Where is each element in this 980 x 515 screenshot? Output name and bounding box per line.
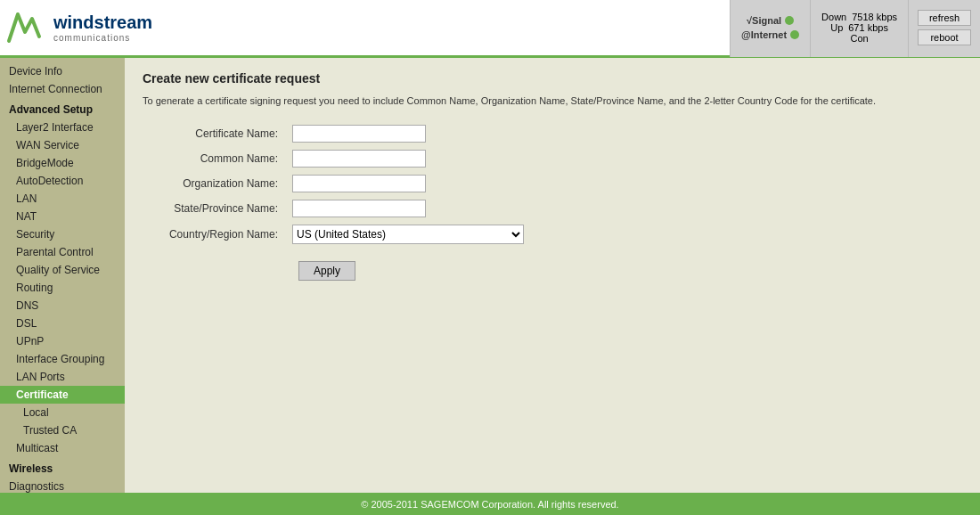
field-row-cert-name: Certificate Name: [143,121,531,146]
common-name-label: Common Name: [143,146,285,171]
down-label: Down [821,12,846,22]
org-name-label: Organization Name: [143,171,285,196]
org-name-input[interactable] [292,175,426,192]
sidebar-item-multicast[interactable]: Multicast [0,439,125,457]
internet-label: @Internet [741,29,787,40]
sidebar-item-dsl[interactable]: DSL [0,315,125,332]
brand-sub: communications [53,33,152,43]
certificate-form: Certificate Name: Common Name: Organizat… [143,121,531,248]
field-row-org-name: Organization Name: [143,171,531,196]
sidebar-item-trusted-ca[interactable]: Trusted CA [0,421,125,439]
sidebar-item-local[interactable]: Local [0,404,125,421]
page-description: To generate a certificate signing reques… [143,94,962,108]
windstream-logo-icon [0,5,49,50]
sidebar-item-upnp[interactable]: UPnP [0,332,125,350]
sidebar-item-device-info[interactable]: Device Info [0,62,125,80]
header: windstream communications √Signal @Inter… [0,0,980,58]
field-row-common-name: Common Name: [143,146,531,171]
sidebar-item-quality-of-service[interactable]: Quality of Service [0,261,125,279]
field-row-state-province: State/Province Name: [143,196,531,221]
sidebar-item-security[interactable]: Security [0,225,125,243]
reboot-button[interactable]: reboot [918,29,971,45]
sidebar-item-layer2-interface[interactable]: Layer2 Interface [0,119,125,136]
sidebar-item-wireless[interactable]: Wireless [0,457,125,478]
sidebar-item-advanced-setup[interactable]: Advanced Setup [0,98,125,119]
logo-area: windstream communications [0,5,152,50]
brand-name: windstream [53,12,152,33]
apply-button[interactable]: Apply [298,261,355,281]
sidebar-item-bridgemode[interactable]: BridgeMode [0,154,125,172]
speed-status: Down 7518 kbps Up 671 kbps Con [810,0,908,57]
cert-name-input[interactable] [292,125,426,143]
action-buttons: refresh reboot [908,0,980,57]
sidebar-item-diagnostics[interactable]: Diagnostics [0,478,125,493]
sidebar-item-wan-service[interactable]: WAN Service [0,136,125,154]
country-select[interactable]: US (United States) AF (Afghanistan) AL (… [292,225,524,244]
footer: © 2005-2011 SAGEMCOM Corporation. All ri… [0,493,980,515]
sidebar-item-autodetection[interactable]: AutoDetection [0,172,125,190]
page-title: Create new certificate request [143,71,962,86]
signal-led [785,16,794,25]
refresh-button[interactable]: refresh [918,10,971,26]
up-label: Up [830,22,843,33]
content-area: Create new certificate request To genera… [125,58,980,493]
field-row-country: Country/Region Name: US (United States) … [143,221,531,248]
sidebar-item-lan[interactable]: LAN [0,190,125,208]
country-label: Country/Region Name: [143,221,285,248]
speed-up: 671 kbps [848,22,888,33]
state-province-input[interactable] [292,200,426,217]
main-layout: Device Info Internet Connection Advanced… [0,58,980,493]
cert-name-label: Certificate Name: [143,121,285,146]
common-name-input[interactable] [292,150,426,168]
sidebar-item-dns[interactable]: DNS [0,297,125,315]
status-area: √Signal @Internet Down 7518 kbps Up 671 … [730,0,980,57]
internet-led [790,30,799,39]
sidebar-item-parental-control[interactable]: Parental Control [0,243,125,261]
apply-button-container: Apply [143,261,962,281]
sidebar: Device Info Internet Connection Advanced… [0,58,125,493]
signal-label: √Signal [747,15,781,26]
sidebar-item-certificate[interactable]: Certificate [0,386,125,404]
sidebar-item-interface-grouping[interactable]: Interface Grouping [0,350,125,368]
con-label: Con [850,33,868,44]
sidebar-item-routing[interactable]: Routing [0,279,125,297]
sidebar-item-lan-ports[interactable]: LAN Ports [0,368,125,386]
footer-copyright: © 2005-2011 SAGEMCOM Corporation. All ri… [361,499,618,510]
sidebar-item-nat[interactable]: NAT [0,208,125,225]
sidebar-item-internet-connection[interactable]: Internet Connection [0,80,125,98]
speed-down: 7518 kbps [852,12,897,22]
state-province-label: State/Province Name: [143,196,285,221]
signal-status: √Signal @Internet [730,0,810,57]
